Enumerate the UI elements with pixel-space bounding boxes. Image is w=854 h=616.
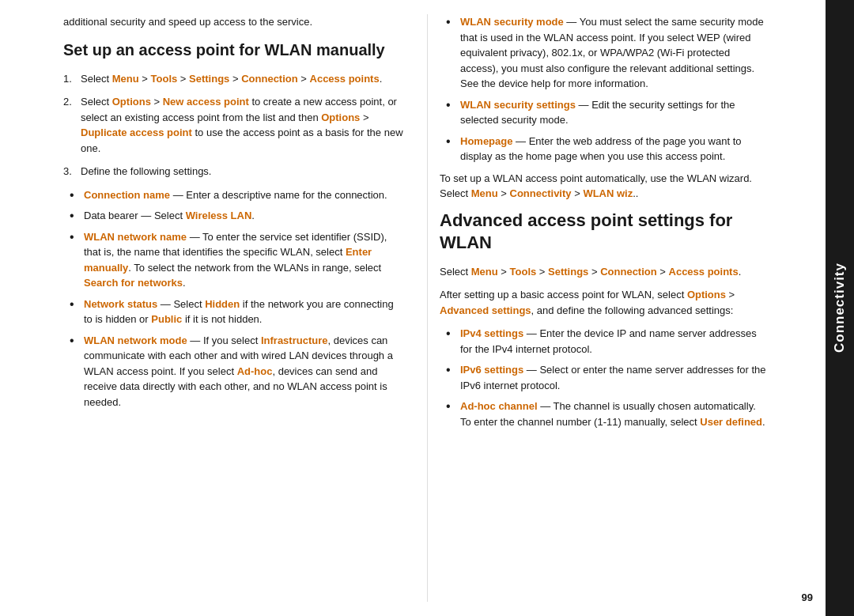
bullet-wlan-security-settings: • WLAN security settings — Edit the secu… — [446, 97, 767, 128]
infrastructure-link[interactable]: Infrastructure — [261, 334, 328, 346]
wlan-wiz-link[interactable]: WLAN wiz — [583, 187, 633, 199]
bullet-text-9: IPv4 settings — Enter the device IP and … — [460, 326, 767, 357]
connectivity-sidebar: Connectivity — [826, 0, 854, 616]
connectivity-link[interactable]: Connectivity — [510, 187, 572, 199]
bullet-data-bearer: • Data bearer — Select Wireless LAN. — [70, 208, 403, 224]
menu-link-3[interactable]: Menu — [471, 266, 498, 278]
search-networks-link[interactable]: Search for networks — [84, 277, 183, 289]
wlan-wizard-text: To set up a WLAN access point automatica… — [440, 171, 767, 202]
bullet-wlan-security-mode: • WLAN security mode — You must select t… — [446, 14, 767, 92]
step-number-1: 1. — [63, 71, 76, 87]
adhoc-channel-link[interactable]: Ad-hoc channel — [460, 400, 538, 412]
user-defined-link[interactable]: User defined — [700, 416, 762, 428]
duplicate-link[interactable]: Duplicate access point — [81, 127, 192, 138]
step-2-text: Select Options > New access point to cre… — [81, 94, 403, 156]
bullet-dot-10: • — [446, 362, 455, 377]
new-access-point-link[interactable]: New access point — [163, 96, 249, 108]
advanced-select-text: Select Menu > Tools > Settings > Connect… — [440, 264, 767, 280]
bullet-text-1: Connection name — Enter a descriptive na… — [84, 187, 403, 203]
tools-link-2[interactable]: Tools — [510, 266, 537, 278]
settings-bullets-right: • WLAN security mode — You must select t… — [440, 14, 767, 164]
connection-link-1[interactable]: Connection — [241, 73, 298, 85]
settings-link-1[interactable]: Settings — [189, 73, 229, 85]
advanced-body-text: After setting up a basic access point fo… — [440, 287, 767, 318]
ipv6-link[interactable]: IPv6 settings — [460, 364, 523, 376]
bullet-homepage: • Homepage — Enter the web address of th… — [446, 134, 767, 164]
bullet-text-6: WLAN security mode — You must select the… — [460, 14, 767, 92]
steps-list: 1. Select Menu > Tools > Settings > Conn… — [63, 71, 403, 180]
ipv4-link[interactable]: IPv4 settings — [460, 327, 523, 339]
access-points-link-2[interactable]: Access points — [669, 266, 739, 278]
bullet-dot-7: • — [446, 97, 455, 112]
options-link-3[interactable]: Options — [687, 289, 726, 300]
step-1-text: Select Menu > Tools > Settings > Connect… — [81, 71, 403, 87]
bullet-text-7: WLAN security settings — Edit the securi… — [460, 97, 767, 128]
step-number-2: 2. — [63, 94, 76, 110]
bullet-dot-9: • — [446, 326, 455, 341]
bullet-text-5: WLAN network mode — If you select Infras… — [84, 333, 403, 410]
tools-link-1[interactable]: Tools — [151, 73, 178, 85]
enter-manually-link[interactable]: Enter manually — [84, 246, 372, 274]
bullet-dot-8: • — [446, 134, 455, 149]
page-number: 99 — [802, 591, 813, 603]
bullet-text-11: Ad-hoc channel — The channel is usually … — [460, 399, 767, 429]
bullet-dot-4: • — [70, 297, 79, 312]
step-3: 3. Define the following settings. — [63, 164, 403, 180]
intro-text: additional security and speed up access … — [63, 14, 403, 30]
page-container: additional security and speed up access … — [0, 0, 854, 616]
wlan-network-mode-link[interactable]: WLAN network mode — [84, 334, 187, 346]
advanced-bullets: • IPv4 settings — Enter the device IP an… — [440, 326, 767, 429]
sidebar-label: Connectivity — [832, 263, 848, 353]
bullet-network-status: • Network status — Select Hidden if the … — [70, 297, 403, 327]
right-column: • WLAN security mode — You must select t… — [427, 14, 767, 602]
bullet-text-4: Network status — Select Hidden if the ne… — [84, 297, 403, 327]
bullet-dot-6: • — [446, 14, 455, 29]
connection-name-link[interactable]: Connection name — [84, 189, 170, 201]
hidden-link[interactable]: Hidden — [205, 298, 240, 310]
wireless-lan-link[interactable]: Wireless LAN — [186, 210, 252, 221]
bullet-dot-2: • — [70, 208, 79, 223]
step-3-text: Define the following settings. — [81, 164, 403, 180]
bullet-wlan-network-name: • WLAN network name — To enter the servi… — [70, 229, 403, 291]
step-number-3: 3. — [63, 164, 76, 180]
section1-title: Set up an access point for WLAN manually — [63, 40, 403, 60]
homepage-link[interactable]: Homepage — [460, 135, 512, 147]
adhoc-link[interactable]: Ad-hoc — [237, 365, 273, 377]
bullet-ipv4: • IPv4 settings — Enter the device IP an… — [446, 326, 767, 357]
settings-bullets-left: • Connection name — Enter a descriptive … — [63, 187, 403, 410]
content-area: additional security and speed up access … — [0, 0, 854, 616]
bullet-text-8: Homepage — Enter the web address of the … — [460, 134, 767, 164]
menu-link-2[interactable]: Menu — [471, 187, 498, 199]
bullet-dot-5: • — [70, 333, 79, 348]
settings-link-2[interactable]: Settings — [548, 266, 588, 278]
public-link[interactable]: Public — [151, 313, 182, 325]
bullet-text-10: IPv6 settings — Select or enter the name… — [460, 362, 767, 393]
connection-link-2[interactable]: Connection — [600, 266, 657, 278]
step-2: 2. Select Options > New access point to … — [63, 94, 403, 156]
bullet-dot-1: • — [70, 187, 79, 202]
left-column: additional security and speed up access … — [63, 14, 403, 602]
network-status-link[interactable]: Network status — [84, 298, 157, 310]
wlan-network-name-link[interactable]: WLAN network name — [84, 231, 187, 243]
bullet-text-3: WLAN network name — To enter the service… — [84, 229, 403, 291]
bullet-text-2: Data bearer — Select Wireless LAN. — [84, 208, 403, 224]
options-link-1[interactable]: Options — [112, 96, 151, 108]
options-link-2[interactable]: Options — [321, 111, 360, 123]
bullet-dot-3: • — [70, 229, 79, 244]
step-1: 1. Select Menu > Tools > Settings > Conn… — [63, 71, 403, 87]
wlan-security-mode-link[interactable]: WLAN security mode — [460, 16, 564, 28]
bullet-dot-11: • — [446, 399, 455, 414]
bullet-connection-name: • Connection name — Enter a descriptive … — [70, 187, 403, 203]
advanced-settings-link[interactable]: Advanced settings — [440, 304, 531, 316]
bullet-adhoc-channel: • Ad-hoc channel — The channel is usuall… — [446, 399, 767, 429]
bullet-wlan-network-mode: • WLAN network mode — If you select Infr… — [70, 333, 403, 410]
access-points-link-1[interactable]: Access points — [310, 73, 380, 85]
wlan-security-settings-link[interactable]: WLAN security settings — [460, 99, 576, 111]
section2-title: Advanced access point settings for WLAN — [440, 210, 767, 255]
bullet-ipv6: • IPv6 settings — Select or enter the na… — [446, 362, 767, 393]
menu-link-1[interactable]: Menu — [112, 73, 139, 85]
